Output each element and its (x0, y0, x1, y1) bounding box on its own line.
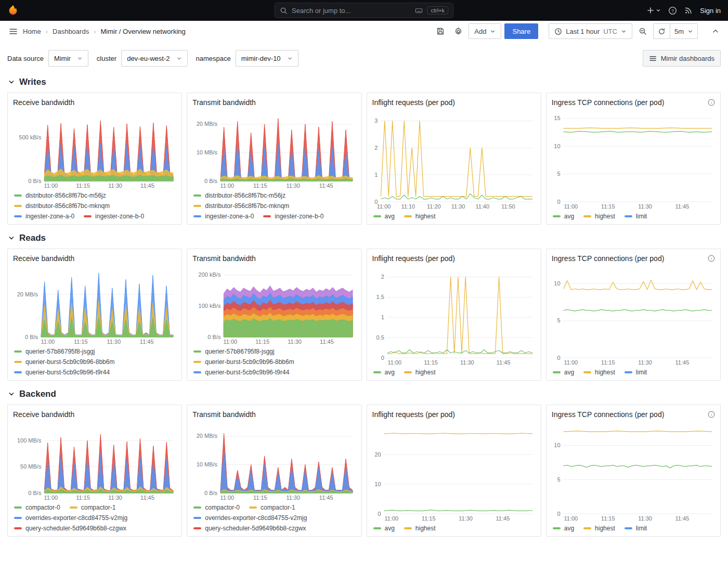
var-datasource-label: Data source (7, 55, 44, 62)
svg-text:0 B/s: 0 B/s (204, 490, 218, 496)
legend-item[interactable]: query-scheduler-5d9649b6b8-czgwx (193, 525, 306, 532)
legend-item[interactable]: querier-burst-5cb9c9b96-t9r44 (14, 369, 110, 376)
legend-item[interactable]: highest (404, 213, 436, 220)
panel-title[interactable]: Inflight requests (per pod) (372, 98, 456, 107)
save-icon[interactable] (433, 24, 448, 38)
panel-title[interactable]: Ingress TCP connections (per pod) (552, 410, 665, 419)
var-datasource-select[interactable]: Mimir (48, 50, 88, 67)
time-series-chart[interactable]: 15105011:0011:1511:3011:45 (552, 110, 715, 210)
panel-grid-writes: Receive bandwidth500 kB/s0 B/s11:0011:15… (7, 93, 721, 225)
legend-item[interactable]: overrides-exporter-c8cd84755-v2mjg (14, 514, 127, 522)
svg-text:11:50: 11:50 (501, 203, 515, 210)
legend-label: avg (385, 213, 395, 220)
legend: distributor-856c8f67bc-m56jzdistributor-… (13, 189, 176, 220)
refresh-button[interactable] (653, 23, 670, 39)
time-series-chart[interactable]: 321011:0011:1011:2011:3011:4011:50 (372, 110, 536, 210)
search-input[interactable]: Search or jump to... ctrl+k (275, 3, 453, 18)
legend-item[interactable]: avg (553, 213, 574, 220)
var-namespace-select[interactable]: mimir-dev-10 (236, 50, 298, 67)
time-series-chart[interactable]: 105011:0011:1511:3011:45 (552, 266, 715, 366)
panel-title[interactable]: Ingress TCP connections (per pod) (552, 98, 665, 107)
time-series-chart[interactable]: 100 MB/s50 MB/s0 B/s11:0011:1511:3011:45 (13, 422, 176, 501)
svg-text:11:15: 11:15 (601, 515, 615, 522)
legend-item[interactable]: ingester-zone-a-0 (14, 213, 74, 220)
time-range-picker[interactable]: Last 1 hour UTC (549, 23, 632, 39)
section-title: Writes (19, 77, 46, 87)
share-button[interactable]: Share (504, 23, 538, 39)
grafana-logo[interactable] (7, 5, 19, 16)
panel-title[interactable]: Transmit bandwidth (192, 254, 256, 263)
panel-title[interactable]: Receive bandwidth (13, 98, 74, 107)
legend-item[interactable]: highest (404, 525, 436, 532)
legend-item[interactable]: ingester-zone-a-0 (193, 213, 254, 220)
help-icon[interactable]: ? (668, 6, 677, 15)
legend-item[interactable]: avg (373, 525, 395, 532)
zoom-out-icon[interactable] (635, 24, 650, 38)
legend-item[interactable]: compactor-0 (14, 504, 60, 511)
legend-item[interactable]: querier-burst-5cb9c9b96-8bb6m (14, 358, 114, 366)
time-series-chart[interactable]: 200 kB/s100 kB/s0 B/s11:0011:1511:3011:4… (192, 266, 356, 345)
legend-item[interactable]: ingester-zone-b-0 (84, 213, 144, 220)
legend-item[interactable]: compactor-0 (193, 504, 240, 511)
news-icon[interactable] (684, 6, 693, 15)
time-series-chart[interactable]: 500 kB/s0 B/s11:0011:1511:3011:45 (13, 110, 176, 189)
legend-item[interactable]: highest (583, 369, 615, 376)
legend-item[interactable]: highest (583, 213, 615, 220)
refresh-interval-button[interactable]: 5m (670, 23, 698, 39)
time-series-chart[interactable]: 20 MB/s10 MB/s0 B/s11:0011:1511:3011:45 (192, 110, 356, 189)
legend-swatch (14, 361, 22, 363)
info-icon[interactable]: i (708, 411, 715, 418)
legend-item[interactable]: querier-burst-5cb9c9b96-t9r44 (193, 369, 289, 376)
legend-swatch (193, 527, 201, 529)
legend-item[interactable]: limit (625, 369, 647, 376)
legend-item[interactable]: avg (373, 213, 395, 220)
legend-item[interactable]: avg (373, 369, 395, 376)
legend-item[interactable]: limit (625, 213, 647, 220)
legend-item[interactable]: compactor-1 (249, 504, 295, 511)
legend-item[interactable]: overrides-exporter-c8cd84755-v2mjg (193, 514, 307, 522)
time-series-chart[interactable]: 105011:0011:1511:3011:45 (552, 422, 715, 522)
legend-item[interactable]: ingester-zone-b-0 (263, 213, 323, 220)
legend-item[interactable]: highest (583, 525, 615, 532)
legend-item[interactable]: distributor-856c8f67bc-mknqm (14, 202, 110, 210)
legend-item[interactable]: avg (553, 369, 574, 376)
section-header-backend[interactable]: Backend (8, 389, 720, 399)
var-cluster-select[interactable]: dev-eu-west-2 (121, 50, 187, 67)
add-menu-button[interactable] (646, 6, 661, 15)
breadcrumb-dashboards[interactable]: Dashboards (53, 28, 89, 35)
sign-in-link[interactable]: Sign in (700, 7, 721, 15)
legend-item[interactable]: distributor-856c8f67bc-m56jz (14, 192, 106, 199)
time-series-chart[interactable]: 20 MB/s10 MB/s0 B/s11:0011:1511:3011:45 (192, 422, 356, 501)
collapse-toolbar-icon[interactable] (708, 24, 723, 38)
legend-item[interactable]: querier-57b86795f8-jsggj (14, 348, 95, 355)
legend-item[interactable]: highest (404, 369, 436, 376)
panel-title[interactable]: Inflight requests (per pod) (372, 254, 456, 263)
legend-item[interactable]: querier-burst-5cb9c9b96-8bb6m (193, 358, 294, 366)
section-header-writes[interactable]: Writes (8, 77, 720, 87)
panel-title[interactable]: Inflight requests (per pod) (372, 410, 456, 419)
legend-item[interactable]: compactor-1 (70, 504, 116, 511)
legend-item[interactable]: avg (553, 525, 574, 532)
time-series-chart[interactable]: 20 MB/s0 B/s11:0011:1511:3011:45 (13, 266, 176, 345)
svg-text:10 MB/s: 10 MB/s (197, 149, 218, 155)
legend-item[interactable]: query-scheduler-5d9649b6b8-czgwx (14, 525, 126, 532)
time-series-chart[interactable]: 2010011:0011:1511:3011:45 (372, 422, 536, 522)
legend-item[interactable]: limit (625, 525, 647, 532)
legend-item[interactable]: querier-57b86795f8-jsggj (193, 348, 274, 355)
add-button[interactable]: Add (469, 23, 501, 39)
panel-title[interactable]: Receive bandwidth (13, 410, 74, 419)
legend-item[interactable]: distributor-856c8f67bc-m56jz (193, 192, 285, 199)
panel-title[interactable]: Transmit bandwidth (192, 98, 256, 107)
info-icon[interactable]: i (708, 255, 715, 262)
breadcrumb-home[interactable]: Home (23, 28, 41, 35)
legend-item[interactable]: distributor-856c8f67bc-mknqm (193, 202, 289, 210)
panel-title[interactable]: Transmit bandwidth (192, 410, 256, 419)
panel-title[interactable]: Ingress TCP connections (per pod) (552, 254, 665, 263)
settings-icon[interactable] (451, 24, 465, 38)
mimir-dashboards-button[interactable]: Mimir dashboards (643, 50, 721, 67)
menu-icon[interactable] (5, 23, 21, 39)
section-header-reads[interactable]: Reads (8, 233, 720, 243)
panel-title[interactable]: Receive bandwidth (13, 254, 74, 263)
info-icon[interactable]: i (708, 99, 715, 106)
time-series-chart[interactable]: 21.510.5011:0011:1511:3011:45 (372, 266, 536, 366)
